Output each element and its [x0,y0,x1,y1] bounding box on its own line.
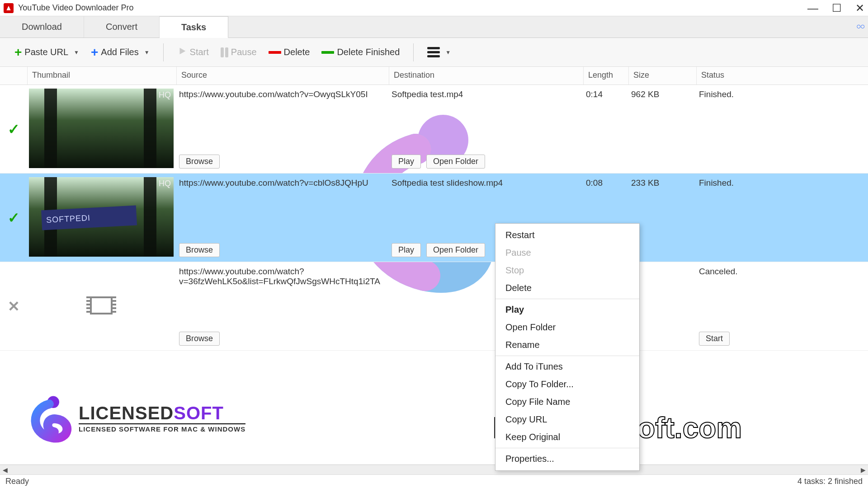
delete-finished-button[interactable]: Delete Finished [318,45,403,59]
thumbnail-cell: HQ SOFTPEDI [27,174,176,262]
ctx-properties[interactable]: Properties... [495,450,639,468]
scroll-left-icon[interactable]: ◀ [0,465,10,475]
ctx-copy-url[interactable]: Copy URL [495,411,639,428]
hq-badge: HQ [159,90,171,100]
open-folder-button[interactable]: Open Folder [426,243,485,257]
thumbnail-cell: HQ [27,85,176,173]
start-button[interactable]: Start [174,44,212,60]
tab-download[interactable]: Download [0,16,84,38]
add-files-label: Add Files [101,47,138,57]
app-icon [4,3,14,13]
context-menu: Restart Pause Stop Delete Play Open Fold… [495,223,640,471]
tab-bar: Download Convert Tasks ○○ [0,16,868,38]
licensedsoft-logo: LICENSEDSOFT LICENSED SOFTWARE FOR MAC &… [24,393,245,443]
source-url: https://www.youtube.com/watch?v=OwyqSLkY… [179,89,386,99]
task-row[interactable]: ✓ HQ https://www.youtube.com/watch?v=Owy… [0,85,868,174]
ctx-copy-folder[interactable]: Copy To Folder... [495,375,639,393]
status-right: 4 tasks: 2 finished [797,477,863,486]
ctx-restart[interactable]: Restart [495,226,639,244]
col-gutter [0,67,27,84]
play-button[interactable]: Play [392,243,421,257]
col-length[interactable]: Length [583,67,628,84]
paste-url-button[interactable]: + Paste URL ▼ [11,43,83,61]
logo-text: LICENSEDSOFT [79,403,245,423]
check-icon: ✓ [8,121,20,138]
play-icon [177,46,187,58]
ctx-open-folder[interactable]: Open Folder [495,319,639,336]
browse-button[interactable]: Browse [179,243,220,257]
status-value: Finished. [699,178,865,188]
open-folder-button[interactable]: Open Folder [426,155,485,169]
scroll-right-icon[interactable]: ▶ [858,465,868,475]
overflow-icon[interactable]: ○○ [856,22,864,31]
start-label: Start [190,47,209,57]
ctx-play[interactable]: Play [495,301,639,319]
pause-label: Pause [231,47,257,57]
col-destination[interactable]: Destination [389,67,583,84]
ctx-pause[interactable]: Pause [495,244,639,262]
col-source[interactable]: Source [176,67,389,84]
delete-finished-label: Delete Finished [337,47,400,57]
pause-button[interactable]: Pause [217,45,260,59]
status-left: Ready [5,477,29,486]
row-state: ✕ [0,262,27,350]
ctx-keep-original[interactable]: Keep Original [495,428,639,446]
source-url: https://www.youtube.com/watch?v=36fzWehL… [179,267,386,286]
ctx-copy-filename[interactable]: Copy File Name [495,393,639,411]
minimize-button[interactable]: — [807,2,818,14]
maximize-button[interactable]: ☐ [832,2,842,14]
check-icon: ✓ [8,209,20,226]
status-value: Finished. [699,89,865,99]
close-button[interactable]: ✕ [855,2,864,14]
row-state: ✓ [0,174,27,262]
ctx-delete[interactable]: Delete [495,279,639,297]
col-status[interactable]: Status [696,67,868,84]
start-button[interactable]: Start [699,332,730,346]
ctx-rename[interactable]: Rename [495,336,639,354]
task-row[interactable]: ✓ HQ SOFTPEDI https://www.youtube.com/wa… [0,174,868,262]
thumbnail[interactable]: HQ SOFTPEDI [29,177,174,257]
thumbnail-cell [27,262,176,350]
destination-file: Softpedia test.mp4 [392,89,580,99]
toolbar-separator [163,43,164,61]
status-value: Canceled. [699,267,865,277]
delete-button[interactable]: Delete [265,45,314,59]
ctx-divider [495,356,639,356]
ctx-add-itunes[interactable]: Add To iTunes [495,358,639,375]
col-thumbnail[interactable]: Thumbnail [27,67,176,84]
plus-icon: + [91,45,98,60]
col-size[interactable]: Size [628,67,696,84]
play-button[interactable]: Play [392,155,421,169]
source-url: https://www.youtube.com/watch?v=cblOs8JQ… [179,178,386,188]
minus-icon [269,51,281,54]
task-list: ✓ HQ https://www.youtube.com/watch?v=Owy… [0,85,868,351]
chevron-down-icon: ▼ [445,49,451,56]
hq-badge: HQ [159,179,171,188]
menu-button[interactable]: ▼ [424,45,454,59]
column-headers: Thumbnail Source Destination Length Size… [0,67,868,85]
paste-url-label: Paste URL [24,47,68,57]
tab-tasks[interactable]: Tasks [160,16,228,38]
length-value: 0:08 [586,178,626,188]
task-row[interactable]: ✕ https://www.youtube.com/watch?v=36fzWe… [0,262,868,351]
cross-icon: ✕ [8,298,20,315]
thumbnail[interactable] [29,266,174,345]
pause-icon [221,47,228,57]
ctx-stop[interactable]: Stop [495,262,639,279]
add-files-button[interactable]: + Add Files ▼ [87,43,153,61]
chevron-down-icon[interactable]: ▼ [74,49,79,56]
ctx-divider [495,299,639,299]
chevron-down-icon[interactable]: ▼ [144,49,150,56]
thumbnail[interactable]: HQ [29,89,174,168]
window-controls: — ☐ ✕ [807,2,864,14]
logo-subtitle: LICENSED SOFTWARE FOR MAC & WINDOWS [79,423,245,433]
thumbnail-banner: SOFTPEDI [41,206,137,230]
tab-convert[interactable]: Convert [84,16,160,38]
toolbar-separator [413,43,414,61]
window-title: YouTube Video Downloader Pro [18,3,807,13]
destination-file: Softpedia test slideshow.mp4 [392,178,580,188]
titlebar: YouTube Video Downloader Pro — ☐ ✕ [0,0,868,16]
browse-button[interactable]: Browse [179,332,220,346]
horizontal-scrollbar[interactable]: ◀ ▶ [0,465,868,474]
browse-button[interactable]: Browse [179,155,220,169]
